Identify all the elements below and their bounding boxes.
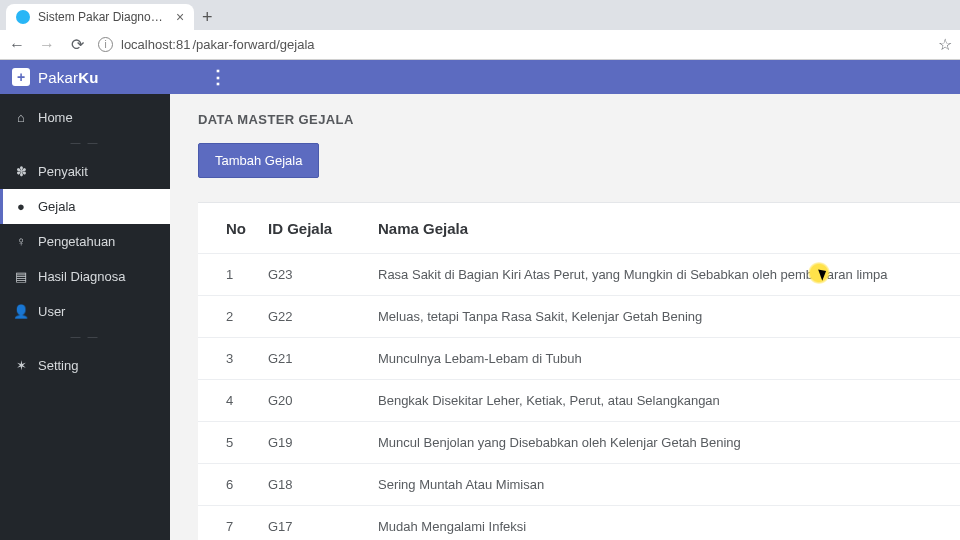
sidebar-item-user[interactable]: 👤 User [0, 294, 170, 329]
sidebar-item-label: Hasil Diagnosa [38, 269, 125, 284]
table-row[interactable]: 3 G21 Munculnya Lebam-Lebam di Tubuh [198, 337, 960, 379]
sidebar-item-pengetahuan[interactable]: ♀ Pengetahuan [0, 224, 170, 259]
cell-nama: Muncul Benjolan yang Disebabkan oleh Kel… [378, 435, 960, 450]
app-header: + PakarKu ⋮ [0, 60, 960, 94]
cell-id: G17 [268, 519, 378, 534]
url-host: localhost:81 [121, 37, 190, 52]
tab-title: Sistem Pakar Diagnosa Penyakit L [38, 10, 168, 24]
document-icon: ▤ [14, 269, 28, 284]
col-nama-header: Nama Gejala [378, 220, 960, 237]
cell-no: 4 [198, 393, 268, 408]
col-id-header: ID Gejala [268, 220, 378, 237]
gear-icon: ✶ [14, 358, 28, 373]
cell-no: 6 [198, 477, 268, 492]
table-row[interactable]: 1 G23 Rasa Sakit di Bagian Kiri Atas Per… [198, 253, 960, 295]
cell-nama: Rasa Sakit di Bagian Kiri Atas Perut, ya… [378, 267, 960, 282]
sidebar-item-label: Gejala [38, 199, 76, 214]
sidebar-item-home[interactable]: ⌂ Home [0, 100, 170, 135]
cell-nama: Bengkak Disekitar Leher, Ketiak, Perut, … [378, 393, 960, 408]
content: DATA MASTER GEJALA Tambah Gejala No ID G… [170, 94, 960, 540]
header-menu-icon[interactable]: ⋮ [209, 66, 227, 88]
sidebar-item-label: Setting [38, 358, 78, 373]
url-path: /pakar-forward/gejala [192, 37, 314, 52]
sidebar: ⌂ Home — — ✽ Penyakit ● Gejala ♀ Pengeta… [0, 94, 170, 540]
address-bar: ← → ⟳ i localhost:81/pakar-forward/gejal… [0, 30, 960, 60]
add-gejala-button[interactable]: Tambah Gejala [198, 143, 319, 178]
browser-tab[interactable]: Sistem Pakar Diagnosa Penyakit L × [6, 4, 194, 30]
brand-badge-icon: + [12, 68, 30, 86]
cell-id: G21 [268, 351, 378, 366]
back-button[interactable]: ← [8, 36, 26, 54]
brand-right: Ku [78, 69, 98, 86]
table-row[interactable]: 4 G20 Bengkak Disekitar Leher, Ketiak, P… [198, 379, 960, 421]
cell-no: 3 [198, 351, 268, 366]
tab-favicon-icon [16, 10, 30, 24]
page-title: DATA MASTER GEJALA [198, 112, 960, 127]
sidebar-item-setting[interactable]: ✶ Setting [0, 348, 170, 383]
sidebar-divider: — — [0, 135, 170, 154]
sidebar-item-hasil-diagnosa[interactable]: ▤ Hasil Diagnosa [0, 259, 170, 294]
sidebar-item-label: User [38, 304, 65, 319]
cell-no: 7 [198, 519, 268, 534]
disease-icon: ✽ [14, 164, 28, 179]
cell-nama: Mudah Mengalami Infeksi [378, 519, 960, 534]
cell-no: 2 [198, 309, 268, 324]
tab-strip: Sistem Pakar Diagnosa Penyakit L × + [0, 0, 960, 30]
table-header: No ID Gejala Nama Gejala [198, 203, 960, 253]
sidebar-item-label: Home [38, 110, 73, 125]
forward-button[interactable]: → [38, 36, 56, 54]
home-icon: ⌂ [14, 110, 28, 125]
app-body: ⌂ Home — — ✽ Penyakit ● Gejala ♀ Pengeta… [0, 94, 960, 540]
cell-id: G20 [268, 393, 378, 408]
sidebar-item-gejala[interactable]: ● Gejala [0, 189, 170, 224]
cell-id: G22 [268, 309, 378, 324]
user-icon: 👤 [14, 304, 28, 319]
table-row[interactable]: 2 G22 Meluas, tetapi Tanpa Rasa Sakit, K… [198, 295, 960, 337]
cell-id: G18 [268, 477, 378, 492]
site-info-icon[interactable]: i [98, 37, 113, 52]
cell-nama: Meluas, tetapi Tanpa Rasa Sakit, Kelenja… [378, 309, 960, 324]
bookmark-star-icon[interactable]: ☆ [938, 35, 952, 54]
cell-no: 1 [198, 267, 268, 282]
reload-button[interactable]: ⟳ [68, 35, 86, 54]
brand-left: Pakar [38, 69, 78, 86]
cell-id: G23 [268, 267, 378, 282]
url-field[interactable]: i localhost:81/pakar-forward/gejala [98, 37, 926, 52]
col-no-header: No [198, 220, 268, 237]
cell-nama: Sering Muntah Atau Mimisan [378, 477, 960, 492]
sidebar-item-label: Penyakit [38, 164, 88, 179]
sidebar-divider: — — [0, 329, 170, 348]
cell-id: G19 [268, 435, 378, 450]
new-tab-button[interactable]: + [194, 4, 220, 30]
sidebar-item-label: Pengetahuan [38, 234, 115, 249]
table-row[interactable]: 7 G17 Mudah Mengalami Infeksi [198, 505, 960, 540]
table-row[interactable]: 5 G19 Muncul Benjolan yang Disebabkan ol… [198, 421, 960, 463]
table-row[interactable]: 6 G18 Sering Muntah Atau Mimisan [198, 463, 960, 505]
bulb-icon: ♀ [14, 234, 28, 249]
sidebar-item-penyakit[interactable]: ✽ Penyakit [0, 154, 170, 189]
brand[interactable]: PakarKu [38, 69, 99, 86]
alert-icon: ● [14, 199, 28, 214]
gejala-table: No ID Gejala Nama Gejala 1 G23 Rasa Saki… [198, 202, 960, 540]
close-tab-icon[interactable]: × [176, 9, 184, 25]
browser-chrome: Sistem Pakar Diagnosa Penyakit L × + ← →… [0, 0, 960, 60]
cell-no: 5 [198, 435, 268, 450]
cell-nama: Munculnya Lebam-Lebam di Tubuh [378, 351, 960, 366]
